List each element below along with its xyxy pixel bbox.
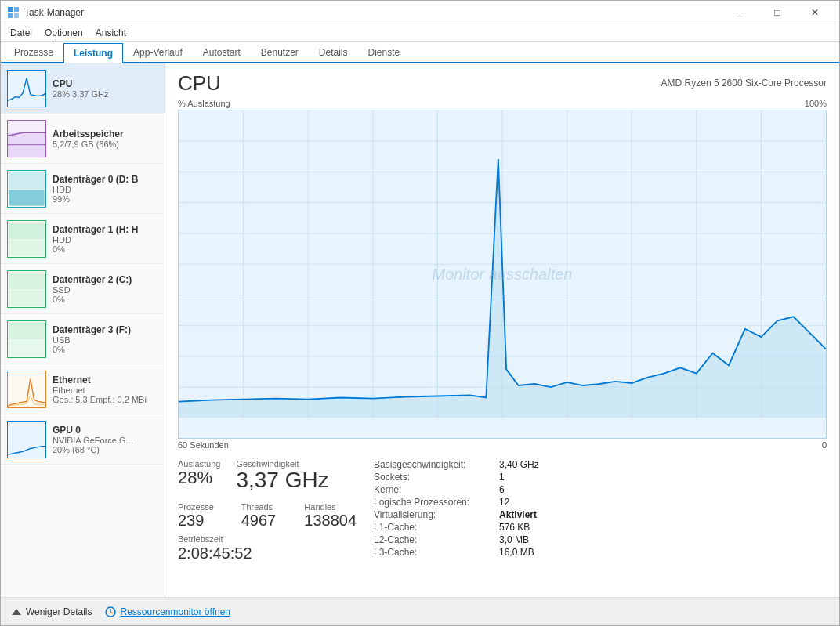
- sidebar-ram-sub: 5,2/7,9 GB (66%): [52, 139, 158, 149]
- menu-bar: Datei Optionen Ansicht: [1, 24, 839, 42]
- svg-rect-8: [9, 172, 44, 188]
- kerne-val: 6: [499, 484, 505, 495]
- svg-rect-18: [9, 340, 44, 355]
- sidebar-item-ram[interactable]: Arbeitsspeicher 5,2/7,9 GB (66%): [1, 114, 165, 164]
- svg-rect-12: [9, 240, 44, 255]
- detail-sockets: Sockets: 1: [374, 472, 827, 483]
- title-bar-left: Task-Manager: [7, 6, 84, 19]
- menu-datei[interactable]: Datei: [4, 24, 38, 42]
- tab-benutzer[interactable]: Benutzer: [251, 42, 309, 62]
- tab-autostart[interactable]: Autostart: [193, 42, 251, 62]
- sockets-key: Sockets:: [374, 472, 499, 483]
- l2-key: L2-Cache:: [374, 534, 499, 545]
- sidebar-item-gpu0[interactable]: GPU 0 NVIDIA GeForce G... 20% (68 °C): [1, 414, 165, 465]
- detail-l3: L3-Cache: 16,0 MB: [374, 547, 827, 558]
- svg-line-43: [110, 612, 113, 613]
- detail-virtualisierung: Virtualisierung: Aktiviert: [374, 509, 827, 520]
- ressourcenmonitor-button[interactable]: Ressourcenmonitor öffnen: [104, 606, 230, 618]
- svg-rect-3: [14, 13, 19, 18]
- sidebar-eth-name: Ethernet: [52, 375, 158, 385]
- handles-label: Handles: [304, 502, 358, 512]
- sidebar-gpu0-name: GPU 0: [52, 425, 158, 436]
- svg-rect-1: [14, 7, 19, 12]
- sockets-val: 1: [499, 472, 505, 483]
- sidebar-thumb-disk0: [7, 170, 46, 208]
- title-controls: ─ □ ✕: [722, 1, 833, 24]
- sidebar-gpu0-sub1: NVIDIA GeForce G...: [52, 436, 158, 445]
- svg-marker-40: [12, 609, 21, 615]
- betriebszeit-label: Betriebszeit: [178, 534, 358, 544]
- chart-y-label: % Auslastung: [178, 99, 230, 108]
- svg-rect-20: [8, 422, 45, 458]
- window: Task-Manager ─ □ ✕ Datei Optionen Ansich…: [0, 0, 840, 626]
- sidebar-disk0-name: Datenträger 0 (D: B: [52, 174, 158, 185]
- tab-details[interactable]: Details: [309, 42, 358, 62]
- close-button[interactable]: ✕: [797, 1, 833, 24]
- virtualisierung-val: Aktiviert: [499, 509, 537, 520]
- menu-optionen[interactable]: Optionen: [38, 24, 89, 42]
- minimize-button[interactable]: ─: [722, 1, 758, 24]
- sidebar-disk2-sub2: 0%: [52, 295, 158, 304]
- l3-val: 16,0 MB: [499, 547, 534, 558]
- basisgeschwindigkeit-key: Basisgeschwindigkeit:: [374, 459, 499, 470]
- sidebar-disk1-sub1: HDD: [52, 235, 158, 244]
- title-bar: Task-Manager ─ □ ✕: [1, 1, 839, 24]
- svg-rect-14: [9, 272, 44, 288]
- stat-auslastung: Auslastung 28%: [178, 459, 220, 493]
- svg-rect-4: [8, 71, 45, 107]
- tab-leistung[interactable]: Leistung: [63, 43, 123, 63]
- chart-time-row: 60 Sekunden 0: [178, 440, 827, 450]
- window-title: Task-Manager: [24, 7, 84, 18]
- sidebar-item-cpu[interactable]: CPU 28% 3,37 GHz: [1, 63, 165, 114]
- sidebar-disk0-sub1: HDD: [52, 185, 158, 194]
- sidebar-thumb-cpu: [7, 70, 46, 107]
- sidebar-item-disk0[interactable]: Datenträger 0 (D: B HDD 99%: [1, 164, 165, 214]
- sidebar-info-disk2: Datenträger 2 (C:) SSD 0%: [52, 274, 158, 304]
- weniger-details-button[interactable]: Weniger Details: [10, 606, 92, 618]
- detail-logische: Logische Prozessoren: 12: [374, 497, 827, 508]
- sidebar-item-eth[interactable]: Ethernet Ethernet Ges.: 5,3 Empf.: 0,2 M…: [1, 364, 165, 414]
- stat-prozesse: Prozesse 239: [178, 502, 232, 530]
- tab-app-verlauf[interactable]: App-Verlauf: [123, 42, 193, 62]
- menu-ansicht[interactable]: Ansicht: [89, 24, 132, 42]
- sidebar-disk2-sub1: SSD: [52, 285, 158, 295]
- geschwindigkeit-value: 3,37 GHz: [236, 469, 328, 493]
- tab-bar: Prozesse Leistung App-Verlauf Autostart …: [1, 42, 839, 63]
- auslastung-value: 28%: [178, 469, 220, 487]
- prozesse-label: Prozesse: [178, 502, 232, 512]
- stat-threads: Threads 4967: [241, 502, 295, 530]
- ressourcenmonitor-label[interactable]: Ressourcenmonitor öffnen: [120, 606, 230, 617]
- stat-handles: Handles 138804: [304, 502, 358, 530]
- l3-key: L3-Cache:: [374, 547, 499, 558]
- virtualisierung-key: Virtualisierung:: [374, 509, 499, 520]
- app-icon: [7, 6, 20, 19]
- stats-right: Basisgeschwindigkeit: 3,40 GHz Sockets: …: [358, 459, 827, 563]
- sidebar-ram-name: Arbeitsspeicher: [52, 128, 158, 139]
- detail-l1: L1-Cache: 576 KB: [374, 522, 827, 533]
- sidebar-disk3-sub2: 0%: [52, 345, 158, 354]
- detail-l2: L2-Cache: 3,0 MB: [374, 534, 827, 545]
- sidebar-item-disk2[interactable]: Datenträger 2 (C:) SSD 0%: [1, 264, 165, 314]
- sidebar-item-disk3[interactable]: Datenträger 3 (F:) USB 0%: [1, 314, 165, 364]
- maximize-button[interactable]: □: [759, 1, 795, 24]
- sidebar-info-disk1: Datenträger 1 (H: H HDD 0%: [52, 224, 158, 254]
- sidebar-thumb-disk2: [7, 270, 46, 308]
- sidebar-disk1-sub2: 0%: [52, 244, 158, 254]
- sidebar-thumb-ram: [7, 120, 46, 157]
- chart-grid-svg: [179, 110, 826, 418]
- stat-geschwindigkeit: Geschwindigkeit 3,37 GHz: [236, 459, 328, 493]
- sidebar-item-disk1[interactable]: Datenträger 1 (H: H HDD 0%: [1, 214, 165, 264]
- weniger-details-label: Weniger Details: [26, 606, 92, 617]
- prozesse-value: 239: [178, 512, 232, 530]
- detail-basisgeschwindigkeit: Basisgeschwindigkeit: 3,40 GHz: [374, 459, 827, 470]
- sidebar: CPU 28% 3,37 GHz Arbeitsspeicher 5,2/7,: [1, 63, 165, 597]
- kerne-key: Kerne:: [374, 484, 499, 495]
- l1-key: L1-Cache:: [374, 522, 499, 533]
- chart-time-right: 0: [822, 440, 827, 450]
- tab-prozesse[interactable]: Prozesse: [4, 42, 63, 62]
- sidebar-disk3-sub1: USB: [52, 335, 158, 345]
- sidebar-disk3-name: Datenträger 3 (F:): [52, 324, 158, 335]
- tab-dienste[interactable]: Dienste: [358, 42, 411, 62]
- detail-kerne: Kerne: 6: [374, 484, 827, 495]
- sidebar-info-disk3: Datenträger 3 (F:) USB 0%: [52, 324, 158, 354]
